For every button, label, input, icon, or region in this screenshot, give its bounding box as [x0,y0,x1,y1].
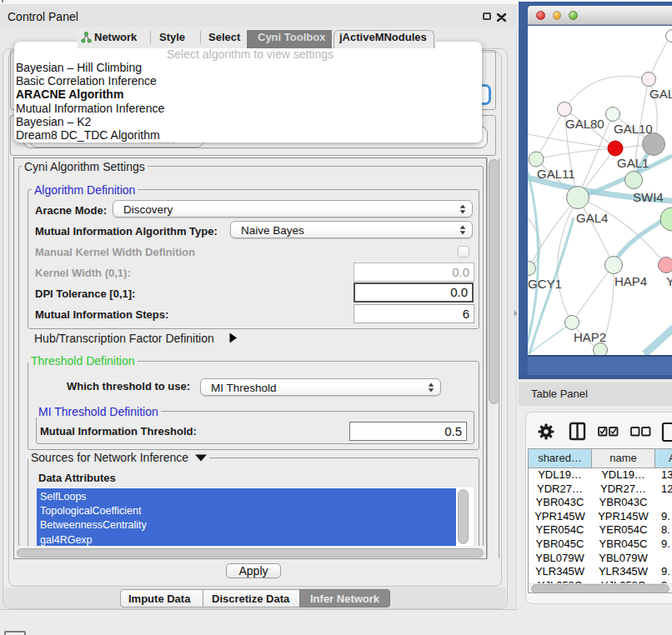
svg-text:Y: Y [666,274,672,288]
svg-text:GAL1: GAL1 [617,156,649,170]
svg-text:SWI4: SWI4 [633,190,664,204]
svg-text:GAL4: GAL4 [576,211,608,225]
svg-text:HAP4: HAP4 [614,274,647,288]
svg-text:GAL: GAL [649,87,672,101]
svg-text:GAL80: GAL80 [565,117,604,131]
svg-text:HAP2: HAP2 [574,330,606,344]
svg-text:GAL10: GAL10 [614,122,653,136]
svg-text:GCY1: GCY1 [528,277,562,291]
svg-text:GAL11: GAL11 [537,167,575,181]
